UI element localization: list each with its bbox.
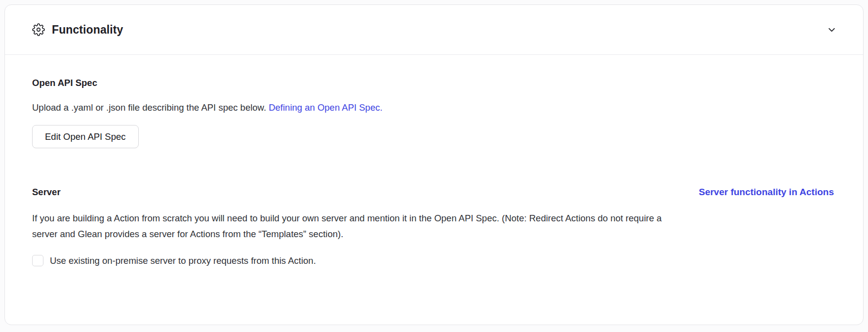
card-title: Functionality [52,23,123,37]
gear-icon [32,23,45,36]
card-header: Functionality [5,5,863,55]
server-description: If you are building a Action from scratc… [32,210,836,242]
on-premise-server-checkbox-row: Use existing on-premise server to proxy … [32,255,836,266]
defining-open-api-spec-link[interactable]: Defining an Open API Spec. [269,102,382,113]
functionality-card: Functionality Open API Spec Upload a .ya… [4,4,864,325]
server-heading: Server [32,187,61,198]
collapse-section-button[interactable] [825,23,838,37]
server-description-line-1: If you are building a Action from scratc… [32,213,662,223]
chevron-down-icon [827,25,837,35]
on-premise-server-checkbox-label: Use existing on-premise server to proxy … [50,255,316,266]
open-api-spec-description: Upload a .yaml or .json file describing … [32,101,836,114]
server-section: Server Server functionality in Actions I… [32,187,836,266]
server-description-line-2: server and Glean provides a server for A… [32,229,343,239]
open-api-spec-section: Open API Spec Upload a .yaml or .json fi… [32,78,836,148]
edit-open-api-spec-button[interactable]: Edit Open API Spec [32,125,139,148]
open-api-spec-heading: Open API Spec [32,78,836,88]
server-functionality-link[interactable]: Server functionality in Actions [699,187,834,198]
on-premise-server-checkbox[interactable] [32,255,43,266]
open-api-spec-description-text: Upload a .yaml or .json file describing … [32,102,266,113]
card-body: Open API Spec Upload a .yaml or .json fi… [5,55,863,266]
server-heading-row: Server Server functionality in Actions [32,187,836,198]
